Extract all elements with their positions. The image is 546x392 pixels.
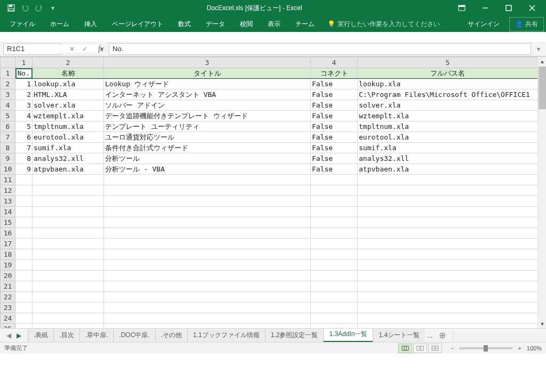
fx-icon[interactable]: fx bbox=[96, 45, 106, 53]
cell[interactable] bbox=[104, 324, 311, 329]
cell[interactable] bbox=[33, 239, 104, 249]
cell[interactable] bbox=[15, 249, 33, 260]
scroll-up-icon[interactable]: ▴ bbox=[538, 57, 546, 66]
cell[interactable] bbox=[311, 228, 358, 239]
sheet-tab[interactable]: 1.4シート一覧 bbox=[373, 329, 425, 342]
cell[interactable]: False bbox=[311, 164, 358, 175]
cell[interactable]: False bbox=[311, 121, 358, 132]
share-button[interactable]: 👤 共有 bbox=[509, 17, 544, 31]
row-header[interactable]: 22 bbox=[1, 292, 15, 303]
cell[interactable] bbox=[33, 281, 104, 292]
cell[interactable] bbox=[104, 196, 311, 207]
cell[interactable] bbox=[33, 303, 104, 313]
cell[interactable] bbox=[311, 313, 358, 324]
ribbon-tab[interactable]: ファイル bbox=[2, 17, 43, 32]
ribbon-tab[interactable]: データ bbox=[198, 17, 232, 32]
cell[interactable] bbox=[33, 217, 104, 228]
cell[interactable] bbox=[15, 185, 33, 196]
cell[interactable] bbox=[33, 271, 104, 281]
cell[interactable] bbox=[104, 303, 311, 313]
cell[interactable]: 5 bbox=[15, 121, 33, 132]
cell[interactable] bbox=[104, 313, 311, 324]
cell[interactable] bbox=[104, 185, 311, 196]
row-header[interactable]: 16 bbox=[1, 228, 15, 239]
column-header[interactable]: 4 bbox=[311, 58, 358, 68]
cell[interactable]: フルパス名 bbox=[358, 68, 538, 79]
cell[interactable] bbox=[15, 175, 33, 185]
sign-in-button[interactable]: サインイン bbox=[461, 17, 506, 32]
zoom-in-button[interactable]: + bbox=[516, 345, 523, 352]
cell[interactable] bbox=[104, 228, 311, 239]
sheet-nav-next-icon[interactable]: ▶ bbox=[14, 331, 23, 340]
cell[interactable]: C:\Program Files\Microsoft Office\OFFICE… bbox=[358, 89, 538, 100]
cell[interactable]: atpvbaen.xla bbox=[33, 164, 104, 175]
ribbon-tab[interactable]: 校閲 bbox=[232, 17, 260, 32]
cell[interactable]: False bbox=[311, 79, 358, 89]
cell[interactable]: 4 bbox=[15, 111, 33, 121]
cell[interactable]: タイトル bbox=[104, 68, 311, 79]
row-header[interactable]: 18 bbox=[1, 249, 15, 260]
sheet-more-label[interactable]: ... bbox=[425, 332, 435, 339]
ribbon-tab[interactable]: チーム bbox=[288, 17, 322, 32]
row-header[interactable]: 9 bbox=[1, 153, 15, 164]
sheet-tab[interactable]: .DOC中扉. bbox=[113, 329, 155, 342]
cell[interactable]: 名称 bbox=[33, 68, 104, 79]
cell[interactable]: ユーロ通貨対応ツール bbox=[104, 132, 311, 143]
cell[interactable] bbox=[33, 175, 104, 185]
cell[interactable]: False bbox=[311, 143, 358, 153]
cell[interactable]: HTML.XLA bbox=[33, 89, 104, 100]
row-header[interactable]: 5 bbox=[1, 111, 15, 121]
cell[interactable] bbox=[311, 324, 358, 329]
cell[interactable] bbox=[15, 228, 33, 239]
zoom-out-button[interactable]: − bbox=[448, 345, 456, 352]
sheet-tab[interactable]: 1.3AddIn一覧 bbox=[323, 329, 373, 342]
cell[interactable] bbox=[33, 260, 104, 271]
cell[interactable] bbox=[15, 303, 33, 313]
cell[interactable] bbox=[33, 228, 104, 239]
ribbon-tab[interactable]: 数式 bbox=[171, 17, 198, 32]
column-header[interactable]: 1 bbox=[15, 58, 33, 68]
cell[interactable] bbox=[358, 217, 538, 228]
cell[interactable] bbox=[104, 207, 311, 217]
zoom-level-label[interactable]: 100% bbox=[527, 345, 542, 352]
sheet-nav-prev-icon[interactable]: ◀ bbox=[4, 331, 13, 340]
cell[interactable] bbox=[15, 313, 33, 324]
cell[interactable]: 7 bbox=[15, 143, 33, 153]
save-icon[interactable] bbox=[5, 2, 17, 14]
cell[interactable] bbox=[104, 281, 311, 292]
cell[interactable] bbox=[358, 207, 538, 217]
cell[interactable] bbox=[15, 281, 33, 292]
cell[interactable] bbox=[358, 185, 538, 196]
cell[interactable]: False bbox=[311, 132, 358, 143]
cell[interactable] bbox=[311, 249, 358, 260]
row-header[interactable]: 1 bbox=[1, 68, 15, 79]
cell[interactable]: 8 bbox=[15, 153, 33, 164]
cell[interactable]: wztemplt.xla bbox=[358, 111, 538, 121]
row-header[interactable]: 7 bbox=[1, 132, 15, 143]
cell[interactable] bbox=[311, 260, 358, 271]
row-header[interactable]: 25 bbox=[1, 324, 15, 329]
row-header[interactable]: 24 bbox=[1, 313, 15, 324]
cell[interactable] bbox=[33, 196, 104, 207]
sheet-tab[interactable]: .章中扉. bbox=[79, 329, 114, 342]
column-header[interactable]: 2 bbox=[33, 58, 104, 68]
scroll-down-icon[interactable]: ▾ bbox=[538, 320, 546, 328]
cell[interactable]: 分析ツール - VBA bbox=[104, 164, 311, 175]
cell[interactable] bbox=[358, 239, 538, 249]
horizontal-scrollbar[interactable] bbox=[452, 331, 546, 340]
ribbon-display-icon[interactable] bbox=[450, 0, 473, 16]
cell[interactable] bbox=[311, 196, 358, 207]
enter-formula-icon[interactable]: ✓ bbox=[79, 43, 91, 55]
cell[interactable]: 分析ツール bbox=[104, 153, 311, 164]
cell[interactable] bbox=[104, 217, 311, 228]
row-header[interactable]: 4 bbox=[1, 100, 15, 111]
sheet-tab[interactable]: 1.1ブックファイル情報 bbox=[187, 329, 266, 342]
cell[interactable]: tmpltnum.xla bbox=[358, 121, 538, 132]
cell[interactable] bbox=[358, 228, 538, 239]
row-header[interactable]: 23 bbox=[1, 303, 15, 313]
cell[interactable]: ソルバー アドイン bbox=[104, 100, 311, 111]
cell[interactable]: sumif.xla bbox=[33, 143, 104, 153]
name-box[interactable]: ▾ bbox=[3, 43, 61, 55]
cell[interactable]: 2 bbox=[15, 89, 33, 100]
redo-icon[interactable] bbox=[33, 2, 45, 14]
